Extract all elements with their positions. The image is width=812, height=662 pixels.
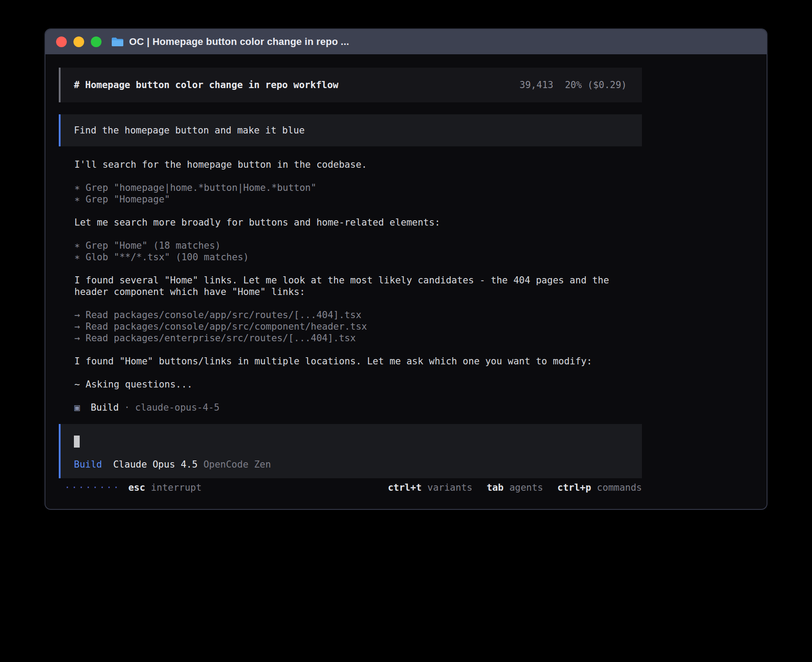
ctrl-t-key: ctrl+t bbox=[388, 482, 422, 493]
tool-call-grep: ∗ Grep "Home" (18 matches) bbox=[74, 240, 642, 251]
token-count: 39,413 bbox=[520, 79, 553, 91]
tool-call-group: → Read packages/console/app/src/routes/[… bbox=[74, 309, 642, 344]
agent-status-line: ▣ Build · claude-opus-4-5 bbox=[74, 402, 642, 413]
status-bar-left: ········ esc interrupt bbox=[65, 482, 202, 493]
build-agent-icon: ▣ bbox=[74, 402, 80, 413]
tool-call-grep: ∗ Grep "homepage|home.*button|Home.*butt… bbox=[74, 182, 642, 194]
window-title: OC | Homepage button color change in rep… bbox=[129, 36, 349, 48]
shortcut-agents: tab agents bbox=[487, 482, 543, 493]
spinner: ········ bbox=[65, 482, 120, 493]
esc-key: esc bbox=[128, 482, 145, 493]
tool-call-read: → Read packages/enterprise/src/routes/[.… bbox=[74, 332, 642, 344]
ctrl-p-key: ctrl+p bbox=[557, 482, 591, 493]
shortcut-commands: ctrl+p commands bbox=[557, 482, 642, 493]
minimize-button[interactable] bbox=[73, 36, 84, 47]
esc-label: interrupt bbox=[151, 482, 202, 493]
text-cursor bbox=[74, 436, 80, 448]
shortcut-interrupt: esc interrupt bbox=[128, 482, 202, 493]
folder-icon bbox=[111, 37, 124, 47]
tool-call-read: → Read packages/console/app/src/componen… bbox=[74, 321, 642, 332]
user-message: Find the homepage button and make it blu… bbox=[59, 114, 642, 146]
assistant-paragraph: Let me search more broadly for buttons a… bbox=[74, 217, 642, 228]
shortcut-variants: ctrl+t variants bbox=[388, 482, 472, 493]
traffic-lights bbox=[56, 36, 102, 47]
agent-name: Build bbox=[91, 402, 119, 413]
tab-key: tab bbox=[487, 482, 503, 493]
input-mode-line: Build Claude Opus 4.5 OpenCode Zen bbox=[74, 459, 629, 470]
agents-label: agents bbox=[509, 482, 543, 493]
agent-separator: · bbox=[124, 402, 130, 413]
session-header: # Homepage button color change in repo w… bbox=[59, 68, 642, 102]
terminal-screen: # Homepage button color change in repo w… bbox=[45, 54, 767, 493]
agent-model: claude-opus-4-5 bbox=[135, 402, 220, 413]
terminal-window: OC | Homepage button color change in rep… bbox=[45, 28, 767, 510]
window-titlebar: OC | Homepage button color change in rep… bbox=[45, 29, 767, 54]
provider-name: OpenCode Zen bbox=[203, 459, 271, 470]
close-button[interactable] bbox=[56, 36, 67, 47]
model-name: Claude Opus 4.5 bbox=[113, 459, 198, 470]
assistant-paragraph: I found several "Home" links. Let me loo… bbox=[74, 274, 642, 298]
mode-badge: Build bbox=[74, 459, 102, 470]
tool-call-grep: ∗ Grep "Homepage" bbox=[74, 194, 642, 205]
session-meta: 39,413 20% ($0.29) bbox=[520, 79, 627, 91]
status-bar-right: ctrl+t variants tab agents ctrl+p comman… bbox=[388, 482, 642, 493]
zoom-button[interactable] bbox=[91, 36, 102, 47]
tool-call-read: → Read packages/console/app/src/routes/[… bbox=[74, 309, 642, 321]
prompt-input[interactable]: Build Claude Opus 4.5 OpenCode Zen bbox=[59, 424, 642, 478]
assistant-paragraph: I'll search for the homepage button in t… bbox=[74, 159, 642, 170]
tool-call-group: ∗ Grep "Home" (18 matches) ∗ Glob "**/*.… bbox=[74, 240, 642, 263]
session-title: # Homepage button color change in repo w… bbox=[74, 79, 338, 91]
status-bar: ········ esc interrupt ctrl+t variants t… bbox=[59, 482, 642, 493]
variants-label: variants bbox=[427, 482, 472, 493]
tool-call-group: ∗ Grep "homepage|home.*button|Home.*butt… bbox=[74, 182, 642, 205]
context-usage: 20% ($0.29) bbox=[565, 79, 627, 91]
working-status: ~ Asking questions... bbox=[74, 379, 642, 390]
commands-label: commands bbox=[597, 482, 642, 493]
tool-call-glob: ∗ Glob "**/*.tsx" (100 matches) bbox=[74, 251, 642, 263]
user-message-text: Find the homepage button and make it blu… bbox=[74, 125, 304, 136]
assistant-paragraph: I found "Home" buttons/links in multiple… bbox=[74, 355, 642, 367]
